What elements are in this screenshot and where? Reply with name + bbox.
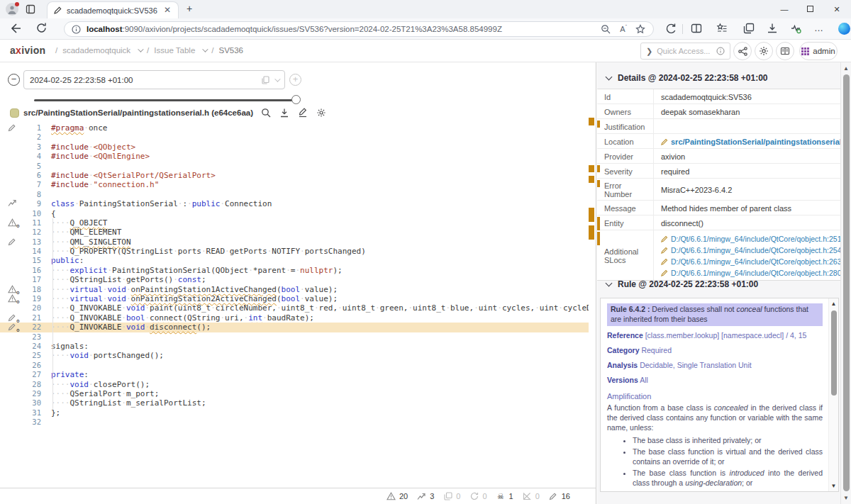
browser-menu-icon[interactable]: … (814, 23, 826, 35)
zoom-out-icon[interactable] (601, 24, 611, 35)
annotate-icon[interactable] (298, 108, 308, 118)
panel-scrollbar[interactable]: ▲ ▼ (840, 62, 851, 504)
pencil-gear-icon[interactable]: ⚙ (8, 323, 17, 331)
issue-marker (597, 165, 600, 172)
breadcrumb-separator: / (55, 46, 57, 55)
shopping-icon[interactable] (665, 23, 677, 35)
download-icon[interactable] (279, 108, 290, 118)
collections-icon[interactable] (743, 23, 755, 35)
status-metric-counter[interactable]: 3 (417, 492, 434, 501)
line-number: 16 (24, 266, 41, 275)
code-line: 12····QML_ELEMENT (0, 228, 589, 237)
code-editor[interactable]: 1#pragma·once23#include·<QObject>4#inclu… (0, 122, 589, 488)
chevron-down-icon[interactable] (274, 76, 280, 82)
main-content: − 2024-02-25 22:23:58 +01:00 + src/Paint… (0, 62, 851, 504)
overview-ruler[interactable] (589, 62, 595, 488)
status-dead-code-counter[interactable]: ☠1 (496, 492, 513, 501)
warning-gear-icon[interactable]: ⚙ (8, 285, 17, 293)
scroll-up-icon[interactable]: ▲ (841, 65, 851, 72)
url-bar[interactable]: localhost:9090/axivion/projects/scadadem… (64, 21, 654, 37)
status-count: 3 (430, 492, 434, 500)
favorite-star-icon[interactable] (635, 24, 646, 35)
rule-summary-highlight: Rule 6.4.2 : Derived classes shall not c… (607, 303, 823, 326)
source-location-link[interactable]: src/PaintingStationSerial/paintingstatio… (661, 138, 840, 146)
quick-access-placeholder: Quick Access... (657, 47, 710, 55)
line-number: 24 (24, 342, 41, 351)
gear-icon[interactable] (316, 108, 327, 118)
share-button[interactable] (733, 42, 752, 60)
browser-essentials-icon[interactable] (790, 23, 802, 35)
status-warning-counter[interactable]: 20 (386, 492, 408, 501)
copy-icon[interactable] (262, 76, 270, 84)
sloc-link[interactable]: D:/Qt/6.6.1/mingw_64/include/QtCore/qobj… (661, 233, 840, 245)
info-icon[interactable] (716, 47, 725, 55)
warning-gear-icon[interactable]: ⚙ (8, 294, 17, 303)
settings-button[interactable] (755, 42, 773, 60)
scroll-down-icon[interactable]: ▼ (841, 495, 851, 501)
window-close-button[interactable]: ✕ (824, 0, 850, 18)
slider-track[interactable] (34, 99, 296, 101)
tab-close-icon[interactable]: ✕ (162, 6, 172, 16)
chevron-down-icon[interactable] (138, 46, 143, 52)
scroll-down-icon[interactable]: ▼ (829, 483, 838, 489)
split-screen-icon[interactable] (691, 23, 703, 35)
add-version-button[interactable]: + (289, 74, 301, 86)
new-tab-button[interactable]: + (184, 4, 194, 14)
search-icon[interactable] (261, 108, 272, 118)
warning-gear-icon[interactable]: ⚙ (8, 218, 17, 227)
favorites-bar-icon[interactable] (716, 23, 728, 35)
chevron-down-icon[interactable] (202, 46, 208, 52)
version-value: 2024-02-25 22:23:58 +01:00 (30, 76, 262, 84)
issue-marker[interactable] (589, 176, 594, 183)
scrollbar-thumb[interactable] (831, 310, 837, 396)
version-select[interactable]: 2024-02-25 22:23:58 +01:00 (23, 70, 285, 89)
chevron-down-icon[interactable] (606, 73, 613, 80)
remove-version-button[interactable]: − (8, 74, 20, 86)
read-aloud-icon[interactable]: Aˇ (620, 24, 627, 35)
documentation-button[interactable] (776, 42, 794, 60)
chevron-down-icon[interactable] (606, 279, 613, 286)
url-text[interactable]: localhost:9090/axivion/projects/scadadem… (87, 25, 592, 33)
status-pencil-counter[interactable]: 16 (549, 492, 570, 501)
site-info-icon[interactable] (72, 25, 81, 34)
issue-marker[interactable] (589, 165, 594, 172)
rule-section-header[interactable]: Rule @ 2024-02-25 22:23:58 +01:00 (597, 274, 840, 294)
pencil-icon[interactable] (8, 123, 17, 132)
rule-scrollbar[interactable]: ▲ ▼ (828, 298, 838, 491)
workspaces-icon[interactable] (26, 4, 35, 14)
window-minimize-button[interactable]: — (772, 0, 797, 18)
code-line: 30····QStringList·m_serialPortList; (0, 398, 589, 408)
breadcrumb-issue-table[interactable]: Issue Table (154, 46, 195, 55)
downloads-icon[interactable] (767, 23, 779, 35)
copilot-icon[interactable] (838, 23, 850, 35)
breadcrumb-project[interactable]: scadademoqtquick (62, 46, 130, 55)
line-number: 20 (24, 303, 41, 313)
details-section-header[interactable]: Details @ 2024-02-25 22:23:58 +01:00 (597, 67, 840, 88)
status-architecture-counter[interactable]: 0 (523, 492, 540, 501)
rule-content: Rule 6.4.2 : Derived classes shall not c… (601, 298, 828, 491)
window-maximize-button[interactable] (797, 0, 823, 18)
issue-marker[interactable] (589, 118, 594, 125)
breadcrumb-current: SV536 (218, 46, 243, 55)
sloc-link[interactable]: D:/Qt/6.6.1/mingw_64/include/QtCore/qobj… (661, 245, 840, 256)
status-clone-counter[interactable]: 0 (443, 492, 460, 501)
status-cycle-counter[interactable]: 0 (469, 492, 486, 501)
quick-access-input[interactable]: ❯ Quick Access... (640, 43, 730, 60)
issue-marker[interactable] (589, 225, 594, 240)
admin-menu-button[interactable]: admin (799, 42, 838, 60)
file-type-icon (10, 108, 19, 118)
details-label: Message (597, 201, 654, 215)
refresh-button[interactable] (35, 22, 50, 36)
code-line: 15public: (0, 256, 589, 265)
sloc-link[interactable]: D:/Qt/6.6.1/mingw_64/include/QtCore/qobj… (661, 256, 840, 267)
metric-icon[interactable] (8, 199, 17, 208)
issue-marker[interactable] (589, 208, 594, 222)
code-line: 14····Q_PROPERTY(QStringList·ports·READ·… (0, 247, 589, 256)
pencil-icon[interactable] (8, 237, 17, 246)
scrollbar-thumb[interactable] (843, 74, 850, 491)
back-button[interactable] (9, 22, 23, 36)
pencil-gear-icon[interactable]: ⚙ (8, 313, 17, 322)
axivion-logo[interactable]: axivion (10, 45, 45, 56)
scroll-up-icon[interactable]: ▲ (829, 301, 838, 307)
browser-tab[interactable]: scadademoqtquick:SV536 ✕ (47, 1, 179, 18)
